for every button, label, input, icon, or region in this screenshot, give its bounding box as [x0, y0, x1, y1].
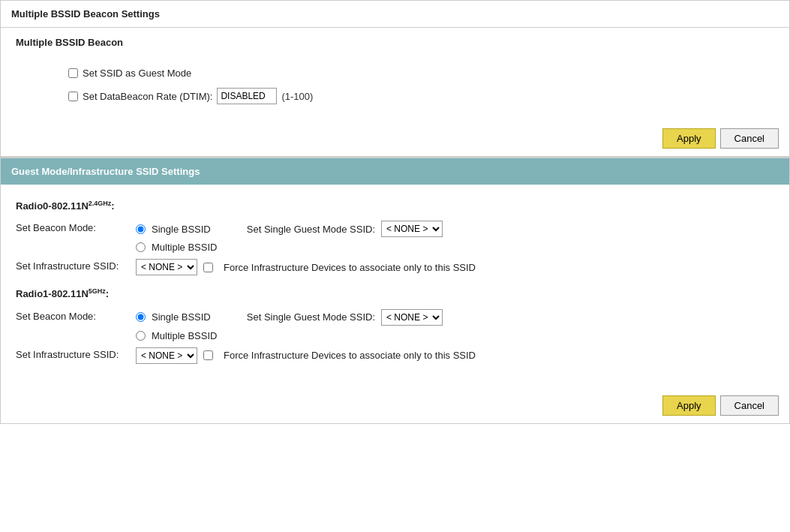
radio0-multiple-bssid-radio[interactable]	[136, 242, 146, 252]
multiple-bssid-cancel-button[interactable]: Cancel	[720, 128, 779, 149]
radio1-beacon-controls: Single BSSID Set Single Guest Mode SSID:…	[136, 309, 443, 341]
multiple-bssid-apply-button[interactable]: Apply	[662, 128, 716, 149]
radio0-force-infra-label: Force Infrastructure Devices to associat…	[224, 262, 476, 273]
radio1-infra-controls: < NONE > Force Infrastructure Devices to…	[136, 347, 476, 364]
multiple-bssid-subheader: Multiple BSSID Beacon	[16, 37, 774, 48]
guest-mode-apply-button[interactable]: Apply	[662, 395, 716, 416]
radio1-block: Radio1-802.11N5GHz: Set Beacon Mode: Sin…	[16, 287, 774, 363]
guest-mode-body: Radio0-802.11N2.4GHz: Set Beacon Mode: S…	[1, 185, 789, 388]
radio0-infra-ssid-row: Set Infrastructure SSID: < NONE > Force …	[16, 259, 774, 275]
radio0-beacon-mode-label: Set Beacon Mode:	[16, 221, 136, 233]
radio1-beacon-mode-label: Set Beacon Mode:	[16, 309, 136, 322]
radio0-single-bssid-radio[interactable]	[136, 224, 146, 234]
radio1-infra-ssid-label: Set Infrastructure SSID:	[16, 347, 136, 360]
radio0-guest-ssid-label: Set Single Guest Mode SSID:	[247, 224, 375, 235]
dtim-row: Set DataBeacon Rate (DTIM): (1-100)	[68, 88, 764, 104]
radio0-label: Radio0-802.11N2.4GHz:	[16, 200, 774, 212]
dtim-checkbox[interactable]	[68, 92, 78, 101]
multiple-bssid-title: Multiple BSSID Beacon Settings	[11, 8, 160, 20]
guest-mode-checkbox[interactable]	[68, 68, 78, 78]
radio1-guest-ssid-label: Set Single Guest Mode SSID:	[247, 311, 375, 323]
radio1-multiple-bssid-label: Multiple BSSID	[152, 330, 217, 341]
radio0-guest-ssid-select[interactable]: < NONE >	[381, 221, 443, 237]
radio1-force-infra-checkbox[interactable]	[203, 350, 213, 360]
multiple-bssid-button-row: Apply Cancel	[1, 121, 789, 156]
multiple-bssid-section: Multiple BSSID Beacon Settings Multiple …	[0, 0, 790, 157]
radio1-beacon-mode-row: Set Beacon Mode: Single BSSID Set Single…	[16, 309, 774, 341]
guest-mode-cancel-button[interactable]: Cancel	[720, 395, 779, 416]
radio1-infra-ssid-row: Set Infrastructure SSID: < NONE > Force …	[16, 347, 774, 364]
guest-mode-section-header: Guest Mode/Infrastructure SSID Settings	[1, 158, 789, 185]
radio0-block: Radio0-802.11N2.4GHz: Set Beacon Mode: S…	[16, 200, 774, 275]
radio0-infra-controls: < NONE > Force Infrastructure Devices to…	[136, 259, 476, 275]
guest-mode-label: Set SSID as Guest Mode	[83, 68, 191, 79]
radio0-single-bssid-label: Single BSSID	[152, 224, 211, 235]
radio0-force-infra-checkbox[interactable]	[203, 263, 213, 272]
radio1-infra-ssid-select[interactable]: < NONE >	[136, 347, 197, 364]
radio1-single-bssid-radio[interactable]	[136, 312, 146, 322]
guest-mode-button-row: Apply Cancel	[1, 388, 789, 423]
radio1-single-bssid-row: Single BSSID Set Single Guest Mode SSID:…	[136, 309, 443, 326]
radio1-force-infra-label: Force Infrastructure Devices to associat…	[224, 350, 476, 361]
radio0-infra-ssid-select[interactable]: < NONE >	[136, 259, 197, 275]
multiple-bssid-header: Multiple BSSID Beacon Settings	[1, 1, 789, 28]
dtim-label: Set DataBeacon Rate (DTIM):	[83, 91, 212, 102]
radio1-guest-ssid-select[interactable]: < NONE >	[381, 309, 443, 326]
radio0-single-bssid-row: Single BSSID Set Single Guest Mode SSID:…	[136, 221, 443, 237]
radio0-multiple-bssid-row: Multiple BSSID	[136, 242, 443, 253]
radio1-multiple-bssid-radio[interactable]	[136, 331, 146, 341]
radio0-beacon-controls: Single BSSID Set Single Guest Mode SSID:…	[136, 221, 443, 253]
guest-mode-section: Guest Mode/Infrastructure SSID Settings …	[0, 157, 790, 424]
guest-mode-row: Set SSID as Guest Mode	[68, 68, 764, 79]
radio1-multiple-bssid-row: Multiple BSSID	[136, 330, 443, 341]
radio1-single-bssid-label: Single BSSID	[152, 311, 211, 323]
radio0-multiple-bssid-label: Multiple BSSID	[152, 242, 217, 253]
guest-mode-section-title: Guest Mode/Infrastructure SSID Settings	[11, 166, 200, 177]
dtim-range: (1-100)	[281, 91, 313, 102]
dtim-value-input[interactable]	[217, 88, 277, 104]
radio0-beacon-mode-row: Set Beacon Mode: Single BSSID Set Single…	[16, 221, 774, 253]
radio0-infra-ssid-label: Set Infrastructure SSID:	[16, 259, 136, 272]
radio1-label: Radio1-802.11N5GHz:	[16, 287, 774, 299]
